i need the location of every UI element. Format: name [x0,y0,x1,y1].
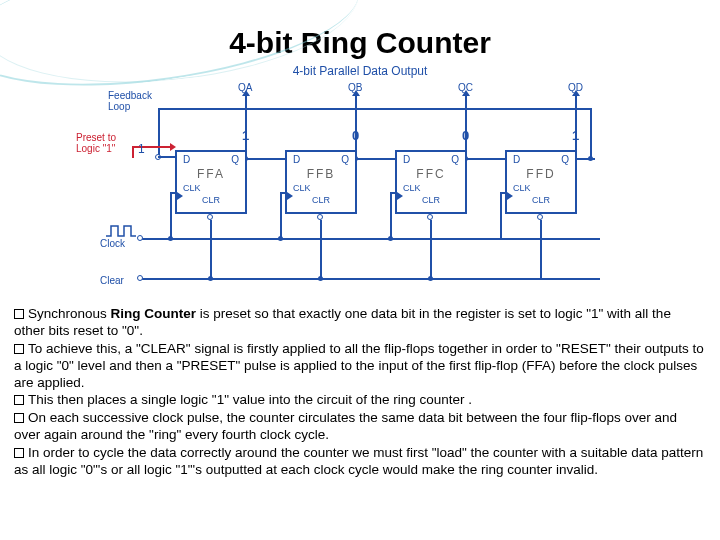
feedback-loop-label: Feedback Loop [108,90,168,112]
wire-value: 0 [462,128,469,143]
preset-label: Preset to Logic "1" [76,132,131,154]
wire-value: 1 [242,128,249,143]
bullet-icon [14,344,24,354]
output-q-b: QB [348,82,362,93]
preset-value: 1 [138,142,145,156]
circuit-diagram: DQ FFA CLK CLR DQ FFB CLK CLR DQ FFC CLK… [70,80,650,300]
wire-value: 1 [572,128,579,143]
flip-flop-c: DQ FFC CLK CLR [395,150,467,214]
wire-value: 0 [352,128,359,143]
flip-flop-a: DQ FFA CLK CLR [175,150,247,214]
output-q-d: QD [568,82,583,93]
clock-label: Clock [100,238,125,249]
bullet-text: Synchronous Ring Counter is preset so th… [0,300,720,490]
output-q-c: QC [458,82,473,93]
flip-flop-b: DQ FFB CLK CLR [285,150,357,214]
flip-flop-d: DQ FFD CLK CLR [505,150,577,214]
bullet-icon [14,413,24,423]
clear-label: Clear [100,275,124,286]
bullet-icon [14,309,24,319]
output-q-a: QA [238,82,252,93]
bullet-icon [14,448,24,458]
clock-pulse-icon [106,225,136,237]
bullet-icon [14,395,24,405]
